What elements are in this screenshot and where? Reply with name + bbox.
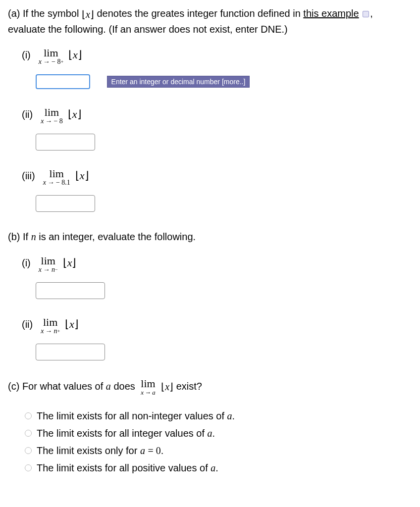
limit-expression: (ii) lim x→− 8 ⌊x⌋: [22, 107, 412, 125]
part-a-text-2: denotes the greates integer function def…: [97, 8, 303, 19]
part-a-intro: (a) If the symbol ⌊x⌋ denotes the greate…: [8, 6, 412, 37]
radio-option-3[interactable]: [25, 447, 32, 454]
input-tooltip: Enter an integer or decimal number [more…: [107, 76, 250, 88]
lim-notation-inline: lim x→a: [141, 378, 155, 396]
answer-input-b-ii[interactable]: [36, 344, 105, 360]
answer-input-b-i[interactable]: [36, 282, 105, 299]
roman-label: (ii): [22, 317, 33, 330]
part-b-i: (i) lim x→n− ⌊x⌋: [22, 255, 412, 301]
part-c-options: The limit exists for all non-integer val…: [25, 410, 412, 474]
lim-notation: lim x→− 8: [41, 107, 63, 125]
radio-option-1[interactable]: [25, 412, 32, 419]
floor-x: ⌊x⌋: [68, 48, 82, 61]
answer-input-a-i[interactable]: [36, 74, 90, 89]
option-1[interactable]: The limit exists for all non-integer val…: [25, 410, 412, 422]
floor-x: ⌊x⌋: [65, 317, 79, 331]
floor-x: ⌊x⌋: [63, 255, 77, 269]
lim-notation: lim x→− 8+: [39, 48, 63, 65]
part-a-ii: (ii) lim x→− 8 ⌊x⌋: [22, 107, 412, 152]
part-a-i: (i) lim x→− 8+ ⌊x⌋ Enter an integer or d…: [22, 48, 412, 91]
floor-x: ⌊x⌋: [75, 168, 89, 182]
roman-label: (iii): [22, 168, 35, 182]
external-link-icon[interactable]: [363, 11, 369, 17]
floor-x: ⌊x⌋: [68, 107, 82, 121]
limit-expression: (iii) lim x→− 8.1 ⌊x⌋: [22, 168, 412, 186]
floor-x-inline: ⌊x⌋: [161, 380, 173, 394]
option-2[interactable]: The limit exists for all integer values …: [25, 428, 412, 439]
lim-notation: lim x→− 8.1: [43, 168, 70, 186]
option-3[interactable]: The limit exists only for a = 0.: [25, 445, 412, 456]
roman-label: (ii): [22, 107, 33, 120]
answer-input-a-ii[interactable]: [36, 134, 95, 151]
example-link[interactable]: this example: [303, 8, 359, 19]
option-4[interactable]: The limit exists for all positive values…: [25, 462, 412, 474]
part-a-text-1: (a) If the symbol: [8, 8, 82, 19]
limit-expression: (i) lim x→− 8+ ⌊x⌋: [22, 48, 412, 65]
radio-option-4[interactable]: [25, 464, 32, 471]
roman-label: (i): [22, 255, 31, 269]
floor-symbol: ⌊x⌋: [82, 7, 94, 22]
answer-input-a-iii[interactable]: [36, 195, 95, 212]
lim-notation: lim x→n+: [41, 317, 60, 335]
part-b-ii: (ii) lim x→n+ ⌊x⌋: [22, 317, 412, 362]
lim-notation: lim x→n−: [39, 255, 58, 273]
limit-expression: (i) lim x→n− ⌊x⌋: [22, 255, 412, 273]
part-c-intro: (c) For what values of a does lim x→a ⌊x…: [8, 378, 412, 396]
roman-label: (i): [22, 48, 31, 61]
part-a-iii: (iii) lim x→− 8.1 ⌊x⌋: [22, 168, 412, 214]
radio-option-2[interactable]: [25, 430, 32, 437]
limit-expression: (ii) lim x→n+ ⌊x⌋: [22, 317, 412, 335]
part-b-intro: (b) If n is an integer, evaluate the fol…: [8, 230, 412, 244]
